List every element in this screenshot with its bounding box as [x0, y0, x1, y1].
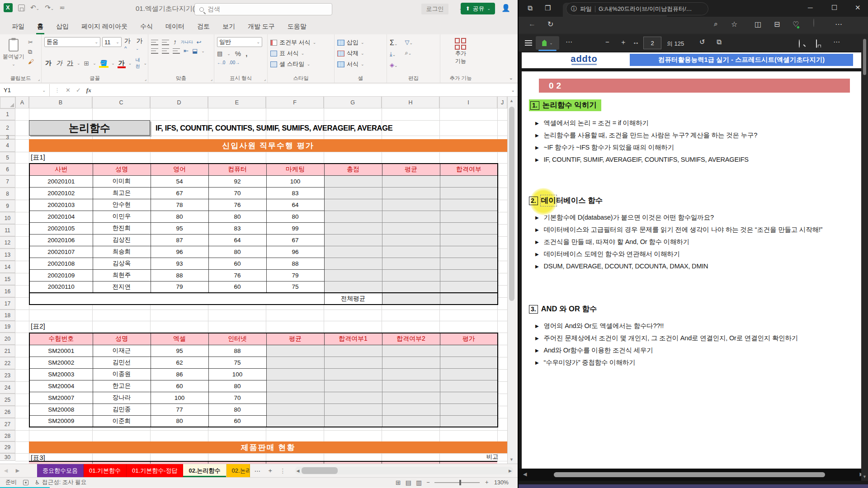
- header-cell[interactable]: 합격여부: [440, 164, 498, 175]
- enter-icon[interactable]: ✓: [76, 87, 81, 94]
- more-tools-icon[interactable]: ⋯: [566, 38, 572, 46]
- banner-table3[interactable]: 제품판매 현황: [29, 441, 507, 453]
- banner-table1[interactable]: 신입사원 직무수행 평가: [29, 139, 507, 152]
- split-screen-icon[interactable]: ◫: [755, 20, 761, 28]
- autosum-icon[interactable]: Σ⌄: [390, 39, 398, 47]
- row-header[interactable]: 9: [0, 200, 15, 212]
- vertical-scrollbar[interactable]: ▲ ▼: [507, 97, 515, 464]
- increase-decimal-icon[interactable]: ←.0: [217, 60, 225, 65]
- empty-cell[interactable]: [266, 415, 324, 427]
- cell[interactable]: 이민우: [93, 211, 151, 222]
- ribbon-tab[interactable]: 홈: [32, 20, 49, 34]
- formula-input[interactable]: [96, 84, 518, 96]
- cell[interactable]: 54: [151, 175, 208, 187]
- more-sheets-icon[interactable]: ⋯: [255, 467, 261, 474]
- dialog-launcher-icon[interactable]: ⌟: [145, 77, 146, 81]
- cell[interactable]: 100: [266, 175, 324, 187]
- cell[interactable]: 75: [266, 281, 324, 293]
- empty-cell[interactable]: [382, 368, 440, 380]
- empty-cell[interactable]: [324, 392, 382, 404]
- empty-cell[interactable]: [382, 380, 440, 392]
- empty-cell[interactable]: [440, 293, 498, 305]
- cell-title-merged[interactable]: 논리함수: [29, 120, 150, 136]
- highlighter-tool[interactable]: ⌄: [536, 36, 559, 50]
- row-header[interactable]: 6: [0, 163, 15, 175]
- empty-cell[interactable]: [382, 234, 440, 246]
- cell[interactable]: 96: [151, 246, 208, 258]
- new-sheet-icon[interactable]: ＋: [267, 467, 274, 475]
- header-cell[interactable]: 인터넷: [208, 333, 266, 345]
- rotate-icon[interactable]: ↺: [699, 38, 705, 46]
- scroll-down-icon[interactable]: ▼: [861, 474, 868, 479]
- row-header[interactable]: 11: [0, 224, 15, 236]
- empty-cell[interactable]: [266, 368, 324, 380]
- empty-cell[interactable]: [440, 357, 498, 368]
- cell[interactable]: 83: [208, 222, 266, 234]
- fill-icon[interactable]: ⤓⌄: [390, 51, 398, 58]
- row-header[interactable]: 13: [0, 249, 15, 261]
- cell-styles-button[interactable]: 셀 스타일⌄: [270, 59, 331, 70]
- cell[interactable]: 77: [151, 404, 208, 415]
- horizontal-scroll-thumb[interactable]: [302, 467, 338, 474]
- column-header[interactable]: E: [208, 97, 266, 108]
- ribbon-tab[interactable]: 삽입: [51, 20, 74, 34]
- empty-cell[interactable]: [382, 293, 440, 305]
- row-header[interactable]: 5: [0, 152, 15, 163]
- header-cell[interactable]: 합격여부2: [382, 333, 440, 345]
- row-header[interactable]: 19: [0, 321, 15, 333]
- vertical-scroll-thumb[interactable]: [509, 107, 514, 301]
- scroll-down-icon[interactable]: ▼: [508, 457, 515, 462]
- empty-cell[interactable]: [382, 211, 440, 222]
- column-header[interactable]: F: [266, 97, 324, 108]
- zoom-page-icon[interactable]: ⌕: [714, 20, 718, 28]
- font-color-icon[interactable]: 가: [118, 59, 126, 67]
- header-cell[interactable]: 평균: [382, 164, 440, 175]
- fill-color-icon[interactable]: 🪣: [99, 60, 108, 67]
- cell[interactable]: 안수현: [93, 199, 151, 211]
- dialog-launcher-icon[interactable]: ⌟: [211, 77, 212, 81]
- zoom-level[interactable]: 130%: [494, 479, 509, 486]
- empty-cell[interactable]: [324, 211, 382, 222]
- cell[interactable]: 최승희: [93, 246, 151, 258]
- row-header[interactable]: 25: [0, 394, 15, 406]
- empty-cell[interactable]: [382, 269, 440, 281]
- cell[interactable]: SM20007: [29, 392, 93, 404]
- empty-cell[interactable]: [440, 199, 498, 211]
- undo-icon[interactable]: ↶⌄: [30, 4, 39, 12]
- find-select-icon[interactable]: ⌕⌄: [405, 49, 413, 56]
- zoom-out-icon[interactable]: −: [426, 479, 429, 486]
- site-info-icon[interactable]: ⓘ: [571, 5, 577, 13]
- column-header[interactable]: G: [324, 97, 382, 108]
- header-cell[interactable]: 마케팅: [266, 164, 324, 175]
- cell[interactable]: SM20009: [29, 415, 93, 427]
- maximize-button[interactable]: ☐: [831, 4, 837, 12]
- cell[interactable]: 76: [208, 269, 266, 281]
- ribbon-tab[interactable]: 검토: [192, 20, 215, 34]
- page-view-icon[interactable]: ⧉: [717, 38, 722, 46]
- format-as-table-button[interactable]: 표 서식⌄: [270, 48, 331, 59]
- row-header[interactable]: 23: [0, 369, 15, 381]
- empty-cell[interactable]: [382, 222, 440, 234]
- cell-functions-list[interactable]: IF, IFS, COUNTIF, COUNTIFS, SUMIF, SUMIF…: [156, 120, 507, 136]
- customize-qat-icon[interactable]: ≂: [59, 4, 65, 12]
- cell[interactable]: SM20008: [29, 404, 93, 415]
- row-header[interactable]: 1: [0, 108, 15, 120]
- header-cell[interactable]: 합격여부1: [324, 333, 382, 345]
- zoom-slider[interactable]: [434, 482, 480, 483]
- empty-cell[interactable]: [324, 269, 382, 281]
- empty-cell[interactable]: [324, 357, 382, 368]
- empty-cell[interactable]: [324, 281, 382, 293]
- cell[interactable]: 78: [151, 199, 208, 211]
- cell[interactable]: 100: [208, 368, 266, 380]
- header-cell[interactable]: 평균: [266, 333, 324, 345]
- cell[interactable]: 이종원: [93, 368, 151, 380]
- empty-cell[interactable]: [440, 380, 498, 392]
- row-header[interactable]: 3: [0, 136, 15, 139]
- empty-cell[interactable]: [266, 380, 324, 392]
- cell[interactable]: 87: [151, 234, 208, 246]
- cell[interactable]: 80: [151, 211, 208, 222]
- header-cell[interactable]: 컴퓨터: [208, 164, 266, 175]
- empty-cell[interactable]: [440, 222, 498, 234]
- align-left-icon[interactable]: [151, 48, 158, 54]
- empty-cell[interactable]: [440, 281, 498, 293]
